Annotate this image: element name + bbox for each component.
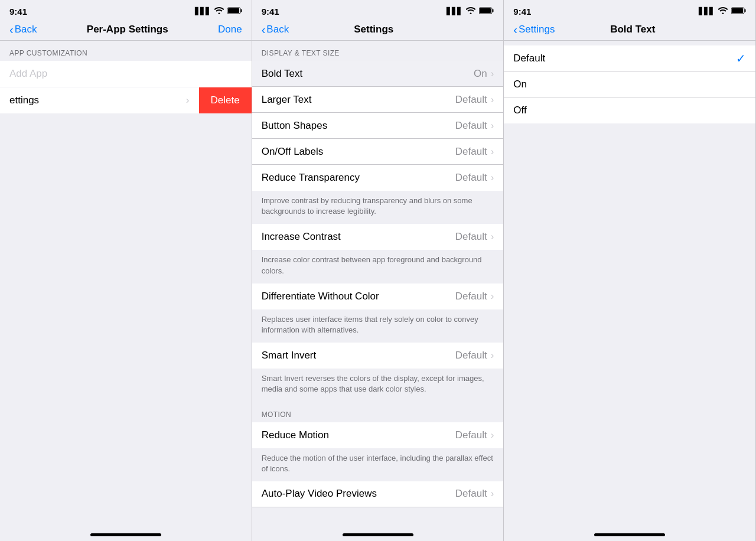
- back-button-2[interactable]: ‹ Back: [262, 24, 289, 35]
- reduce-transparency-row[interactable]: Reduce Transparency Default ›: [252, 165, 504, 191]
- smart-invert-chevron: ›: [491, 350, 494, 361]
- differentiate-row[interactable]: Differentiate Without Color Default ›: [252, 283, 504, 309]
- increase-contrast-row[interactable]: Increase Contrast Default ›: [252, 224, 504, 250]
- battery-icon-2: [479, 7, 494, 16]
- per-app-settings-panel: 9:41 ▋▋▋ ‹ Back Per-App Settings Don: [0, 0, 252, 541]
- back-label-3: Settings: [519, 24, 555, 35]
- auto-play-chevron: ›: [491, 488, 494, 500]
- reduce-motion-value: Default: [455, 429, 487, 441]
- back-label-2: Back: [266, 24, 289, 35]
- settings-row-inner[interactable]: ettings ›: [0, 87, 199, 113]
- svg-rect-7: [745, 9, 746, 12]
- svg-rect-8: [732, 8, 743, 13]
- increase-contrast-label: Increase Contrast: [262, 231, 455, 243]
- bold-text-chevron: ›: [491, 68, 494, 80]
- svg-rect-2: [228, 8, 239, 13]
- settings-row-chevron: ›: [186, 94, 190, 106]
- button-shapes-label: Button Shapes: [262, 120, 455, 132]
- nav-title-1: Per-App Settings: [87, 24, 168, 35]
- back-chevron-2: ‹: [262, 24, 266, 35]
- smart-invert-value: Default: [455, 350, 487, 361]
- reduce-motion-chevron: ›: [491, 429, 494, 441]
- auto-play-value: Default: [455, 488, 487, 500]
- wifi-icon-2: [466, 7, 475, 16]
- options-group: Default ✓ On Off: [504, 45, 755, 123]
- add-app-placeholder: Add App: [9, 68, 47, 80]
- option-default-checkmark: ✓: [736, 51, 746, 66]
- status-icons-2: ▋▋▋: [447, 7, 494, 16]
- status-time-1: 9:41: [9, 6, 27, 17]
- nav-title-3: Bold Text: [610, 24, 655, 35]
- settings-row-text: ettings: [9, 94, 186, 106]
- svg-rect-4: [493, 9, 494, 12]
- differentiate-chevron: ›: [491, 291, 494, 302]
- panel1-content: APP CUSTOMIZATION Add App ettings › Dele…: [0, 41, 252, 522]
- settings-panel: 9:41 ▋▋▋ ‹ Back Settings: [252, 0, 504, 541]
- add-app-row[interactable]: Add App: [0, 61, 252, 87]
- nav-bar-1: ‹ Back Per-App Settings Done: [0, 21, 252, 41]
- differentiate-label: Differentiate Without Color: [262, 291, 455, 302]
- reduce-transparency-note: Improve contrast by reducing transparenc…: [252, 191, 504, 224]
- on-off-labels-row[interactable]: On/Off Labels Default ›: [252, 139, 504, 165]
- reduce-transparency-value: Default: [455, 172, 487, 184]
- bold-text-row[interactable]: Bold Text On ›: [252, 61, 504, 87]
- bold-text-value: On: [474, 68, 487, 80]
- button-shapes-value: Default: [455, 120, 487, 132]
- larger-text-value: Default: [455, 94, 487, 106]
- smart-invert-label: Smart Invert: [262, 350, 455, 361]
- battery-icon-3: [731, 7, 746, 16]
- home-bar-2: [343, 533, 413, 536]
- display-text-size-header: DISPLAY & TEXT SIZE: [252, 41, 504, 61]
- button-shapes-chevron: ›: [491, 120, 494, 132]
- reduce-transparency-label: Reduce Transparency: [262, 172, 455, 184]
- status-time-2: 9:41: [262, 6, 279, 17]
- svg-rect-1: [240, 9, 242, 12]
- button-shapes-row[interactable]: Button Shapes Default ›: [252, 113, 504, 139]
- option-default-label: Default: [513, 53, 736, 64]
- reduce-transparency-chevron: ›: [491, 172, 494, 184]
- signal-icon-2: ▋▋▋: [447, 7, 462, 15]
- motion-header: MOTION: [252, 402, 504, 422]
- nav-title-2: Settings: [354, 24, 393, 35]
- option-on-label: On: [513, 79, 746, 90]
- settings-row-with-delete: ettings › Delete: [0, 87, 252, 113]
- option-on-row[interactable]: On: [504, 71, 755, 97]
- auto-play-label: Auto-Play Video Previews: [262, 488, 455, 500]
- wifi-icon-3: [718, 7, 728, 16]
- on-off-labels-value: Default: [455, 146, 487, 158]
- svg-rect-5: [480, 8, 491, 13]
- auto-play-row[interactable]: Auto-Play Video Previews Default ›: [252, 481, 504, 507]
- status-bar-3: 9:41 ▋▋▋: [504, 0, 755, 21]
- back-button-1[interactable]: ‹ Back: [9, 24, 37, 35]
- smart-invert-row[interactable]: Smart Invert Default ›: [252, 343, 504, 369]
- home-indicator-1: [0, 522, 252, 541]
- wifi-icon-1: [214, 7, 224, 16]
- nav-bar-2: ‹ Back Settings: [252, 21, 504, 41]
- option-off-label: Off: [513, 105, 746, 116]
- status-icons-3: ▋▋▋: [699, 7, 746, 16]
- status-bar-2: 9:41 ▋▋▋: [252, 0, 504, 21]
- done-button[interactable]: Done: [218, 24, 242, 35]
- delete-button[interactable]: Delete: [199, 87, 252, 113]
- bold-text-label: Bold Text: [262, 68, 474, 80]
- back-button-3[interactable]: ‹ Settings: [513, 24, 555, 35]
- app-customization-header: APP CUSTOMIZATION: [0, 41, 252, 61]
- settings-scroll[interactable]: DISPLAY & TEXT SIZE Bold Text On › Large…: [252, 41, 504, 522]
- larger-text-row[interactable]: Larger Text Default ›: [252, 87, 504, 113]
- on-off-labels-label: On/Off Labels: [262, 146, 455, 158]
- back-label-1: Back: [15, 24, 37, 35]
- signal-icon-3: ▋▋▋: [699, 7, 715, 15]
- status-icons-1: ▋▋▋: [195, 7, 242, 16]
- differentiate-value: Default: [455, 291, 487, 302]
- home-indicator-3: [504, 522, 755, 541]
- option-off-row[interactable]: Off: [504, 97, 755, 123]
- increase-contrast-note: Increase color contrast between app fore…: [252, 250, 504, 283]
- increase-contrast-value: Default: [455, 231, 487, 243]
- reduce-motion-note: Reduce the motion of the user interface,…: [252, 448, 504, 481]
- on-off-labels-chevron: ›: [491, 146, 494, 158]
- home-indicator-2: [252, 522, 504, 541]
- option-default-row[interactable]: Default ✓: [504, 45, 755, 71]
- battery-icon-1: [227, 7, 242, 16]
- home-bar-1: [90, 533, 161, 536]
- reduce-motion-row[interactable]: Reduce Motion Default ›: [252, 422, 504, 448]
